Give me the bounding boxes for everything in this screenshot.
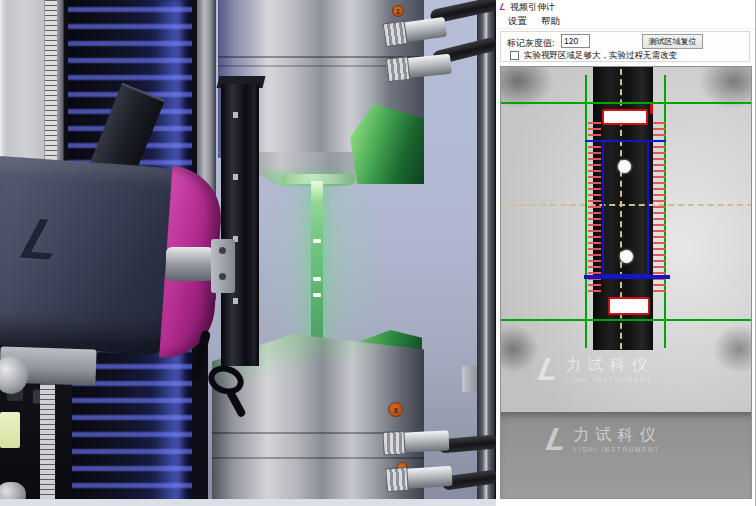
camera-mount-block bbox=[211, 239, 235, 293]
green-roi-line-left bbox=[585, 75, 587, 348]
reset-region-button[interactable]: 测试区域复位 bbox=[642, 34, 703, 49]
gauge-line-bottom bbox=[584, 275, 670, 279]
camera-view[interactable]: L 力试科仪 LISHI INSTRUMENT L 力试科仪 LISHI INS… bbox=[500, 66, 752, 499]
wall-bracket bbox=[462, 366, 477, 392]
menu-help[interactable]: 帮助 bbox=[541, 15, 560, 28]
specimen-marker bbox=[313, 277, 321, 281]
extensometer-window: L 视频引伸计 设置 帮助 标记灰度值: 测试区域复位 实验视野区域足够大，实验… bbox=[496, 0, 756, 506]
watermark-cn: 力试科仪 bbox=[566, 355, 654, 376]
camera-lens-knob bbox=[166, 247, 214, 281]
fov-checkbox-label: 实验视野区域足够大，实验过程无需改变 bbox=[524, 50, 677, 62]
settings-groupbox: 标记灰度值: 测试区域复位 实验视野区域足够大，实验过程无需改变 bbox=[500, 31, 750, 62]
port-badge-top: 1 bbox=[392, 5, 404, 17]
vignette-corner bbox=[500, 325, 539, 373]
gauge-line-top bbox=[585, 140, 666, 142]
fov-checkbox[interactable] bbox=[510, 51, 519, 60]
watermark: L 力试科仪 LISHI INSTRUMENT bbox=[547, 424, 662, 454]
hose-fitting bbox=[383, 430, 450, 453]
gray-value-label: 标记灰度值: bbox=[507, 37, 555, 50]
app-logo-icon: L bbox=[499, 2, 507, 12]
port-badge-bottom: 3 bbox=[388, 402, 403, 417]
specimen-dot-lower bbox=[620, 250, 633, 263]
frame-column-right bbox=[477, 0, 495, 506]
foam-block bbox=[0, 412, 20, 448]
specimen-strip bbox=[311, 181, 323, 352]
specimen-marker bbox=[313, 293, 321, 297]
watermark-en: LISHI INSTRUMENT bbox=[574, 446, 662, 453]
edge-detect-hatch-left bbox=[588, 122, 601, 295]
watermark: L 力试科仪 LISHI INSTRUMENT bbox=[539, 354, 654, 384]
menu-settings[interactable]: 设置 bbox=[508, 15, 527, 28]
screen: L 1 3 L 视频引伸计 设置 bbox=[0, 0, 756, 506]
watermark-en: LISHI INSTRUMENT bbox=[566, 376, 654, 383]
gray-value-input[interactable] bbox=[561, 34, 590, 48]
lishi-logo-icon: L bbox=[544, 424, 570, 454]
window-titlebar[interactable]: L 视频引伸计 bbox=[496, 0, 755, 14]
tracking-marker-top bbox=[602, 109, 648, 125]
green-roi-line-top bbox=[501, 102, 752, 104]
watermark-cn: 力试科仪 bbox=[574, 425, 662, 446]
specimen-marker bbox=[313, 239, 321, 243]
lishi-logo-icon: L bbox=[536, 354, 562, 384]
lishi-logo-icon: L bbox=[15, 205, 72, 273]
ruler-scale-lower bbox=[40, 384, 55, 506]
tracking-marker-bottom bbox=[608, 297, 650, 315]
specimen-dot-upper bbox=[618, 160, 631, 173]
edge-detect-hatch-right bbox=[653, 122, 666, 295]
green-roi-line-bottom bbox=[501, 319, 752, 321]
machine-photo: L 1 3 bbox=[0, 0, 496, 506]
vignette-corner bbox=[713, 325, 752, 373]
red-tick bbox=[650, 104, 653, 114]
camera-rail bbox=[221, 84, 259, 366]
window-title: 视频引伸计 bbox=[510, 1, 555, 14]
menu-bar: 设置 帮助 bbox=[496, 14, 755, 29]
floor-edge bbox=[0, 499, 496, 506]
